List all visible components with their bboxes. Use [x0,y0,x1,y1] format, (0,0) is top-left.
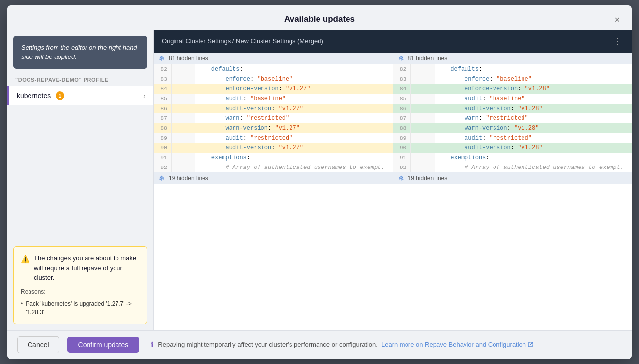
table-row: 87 warn: "restricted" [154,113,393,123]
table-row: 88 warn-version: "v1.27" [154,123,393,133]
info-icon: ℹ [151,340,154,349]
table-row: 89 audit: "restricted" [393,133,632,143]
table-row: 83 enforce: "baseline" [154,74,393,84]
available-updates-modal: Available updates × Settings from the ed… [7,5,632,359]
warning-title: ⚠️ The changes you are about to make wil… [21,253,140,282]
table-row: 85 audit: "baseline" [393,94,632,104]
right-hidden-top: ❄ 81 hidden lines [393,53,632,64]
sidebar-item-kubernetes[interactable]: kubernetes 1 › [7,86,153,105]
kubernetes-badge: 1 [56,91,64,100]
sidebar-info: Settings from the editor on the right ha… [13,36,147,69]
chevron-right-icon: › [143,92,145,100]
footer-info: ℹ Repaving might temporarily affect your… [151,340,533,349]
sidebar-item-left: kubernetes 1 [17,91,64,100]
modal-header: Available updates × [7,5,632,30]
snowflake-icon-right-top: ❄ [398,55,404,62]
table-row: 85 audit: "baseline" [154,94,393,104]
table-row: 89 audit: "restricted" [154,133,393,143]
table-row: 88 warn-version: "v1.28" [393,123,632,133]
table-row: 82 defaults: [154,64,393,74]
sidebar: Settings from the editor on the right ha… [7,30,154,330]
table-row: 87 warn: "restricted" [393,113,632,123]
table-row: 92 # Array of authenticated usernames to… [393,163,632,172]
diff-area: Original Cluster Settings / New Cluster … [154,30,632,330]
table-row: 86 audit-version: "v1.27" [154,104,393,113]
close-button[interactable]: × [612,13,622,26]
modal-footer: Cancel Confirm updates ℹ Repaving might … [7,330,632,359]
diff-content: ❄ 81 hidden lines 82 defaults: 83 [154,53,632,330]
table-row: 90 audit-version: "v1.27" [154,143,393,153]
left-hidden-bottom: ❄ 19 hidden lines [154,172,393,184]
table-row: 92 # Array of authenticated usernames to… [154,163,393,172]
diff-header: Original Cluster Settings / New Cluster … [154,30,632,53]
table-row: 82 defaults: [393,64,632,74]
modal-title: Available updates [284,14,355,24]
modal-body: Settings from the editor on the right ha… [7,30,632,330]
diff-menu-button[interactable]: ⋮ [611,36,624,47]
warning-box: ⚠️ The changes you are about to make wil… [13,246,147,324]
table-row: 86 audit-version: "v1.28" [393,104,632,113]
warning-icon: ⚠️ [21,254,30,265]
reason-item: • Pack 'kubernetes' is upgraded '1.27.7'… [21,299,140,317]
external-link-icon [527,342,533,348]
snowflake-icon-right-bottom: ❄ [398,174,404,182]
sidebar-item-name: kubernetes [17,92,51,100]
snowflake-icon-left-top: ❄ [159,55,165,62]
reasons-label: Reasons: [21,287,140,296]
table-row: 83 enforce: "baseline" [393,74,632,84]
table-row: 90 audit-version: "v1.28" [393,143,632,153]
diff-left-pane[interactable]: ❄ 81 hidden lines 82 defaults: 83 [154,53,393,330]
table-row: 84 enforce-version: "v1.27" [154,84,393,94]
table-row: 84 enforce-version: "v1.28" [393,84,632,94]
table-row: 91 exemptions: [154,153,393,163]
cancel-button[interactable]: Cancel [17,336,59,353]
profile-label: "DOCS-REPAVE-DEMO" PROFILE [7,69,153,86]
table-row: 91 exemptions: [393,153,632,163]
diff-right-pane[interactable]: ❄ 81 hidden lines 82 defaults: 83 [393,53,632,330]
repave-behavior-link[interactable]: Learn more on Repave Behavior and Config… [381,341,533,348]
right-hidden-bottom: ❄ 19 hidden lines [393,172,632,184]
confirm-updates-button[interactable]: Confirm updates [67,337,140,353]
left-hidden-top: ❄ 81 hidden lines [154,53,393,64]
bullet-icon: • [21,299,23,308]
diff-header-title: Original Cluster Settings / New Cluster … [162,37,323,45]
snowflake-icon-left-bottom: ❄ [159,174,165,182]
